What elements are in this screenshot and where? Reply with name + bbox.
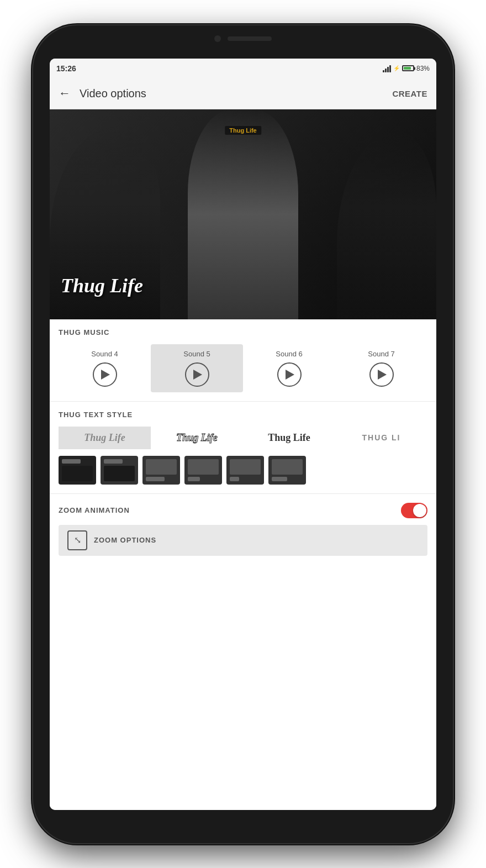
figure-right: [337, 131, 436, 319]
sound-item-4[interactable]: Sound 4: [59, 344, 151, 392]
phone-outer: 15:26 ⚡ 83%: [0, 0, 486, 868]
zoom-animation-title: ZOOM ANIMATION: [59, 506, 130, 514]
create-button[interactable]: CREATE: [392, 89, 427, 98]
battery-body: [402, 65, 414, 71]
figure-center: [188, 109, 298, 319]
sound-label-4: Sound 4: [91, 350, 118, 358]
play-triangle-7: [378, 370, 387, 380]
play-icon-6: [277, 362, 302, 387]
content-area: THUG MUSIC Sound 4 Sound 5: [50, 319, 436, 810]
charging-icon: ⚡: [393, 65, 400, 71]
battery-icon: [402, 65, 414, 71]
speaker-grill: [228, 36, 272, 41]
layout-item-1[interactable]: [59, 456, 96, 485]
layout-main-5: [230, 459, 261, 475]
back-button[interactable]: ←: [59, 86, 71, 101]
layout-bar-bottom-2: [104, 466, 135, 481]
zoom-options-bar[interactable]: ⤡ ZOOM OPTIONS: [59, 525, 427, 556]
sound-options: Sound 4 Sound 5 Sound 6: [59, 344, 427, 392]
text-style-label-2: Thug Life: [176, 432, 218, 444]
layout-item-3[interactable]: [142, 456, 180, 485]
battery-fill: [404, 67, 411, 70]
layout-main-4: [188, 459, 219, 475]
thug-life-text: Thug Life: [61, 275, 143, 297]
layout-bar-small-2: [104, 459, 123, 464]
app-bar: ← Video options CREATE: [50, 78, 436, 109]
thug-life-text-overlay: Thug Life: [61, 274, 143, 297]
text-style-label-1: Thug Life: [84, 432, 125, 444]
play-icon-5: [185, 362, 209, 387]
layout-bar-small-6: [272, 477, 287, 481]
play-icon-4: [93, 362, 117, 387]
text-style-1[interactable]: Thug Life: [59, 427, 151, 449]
page-title: Video options: [80, 87, 383, 100]
layout-bar-small-3: [146, 477, 165, 481]
signal-bars-icon: [383, 65, 391, 72]
layout-main-3: [146, 459, 177, 475]
phone-frame: 15:26 ⚡ 83%: [33, 25, 453, 843]
status-icons: ⚡ 83%: [383, 65, 430, 72]
sound-item-6[interactable]: Sound 6: [243, 344, 335, 392]
layout-item-6[interactable]: [268, 456, 306, 485]
status-bar: 15:26 ⚡ 83%: [50, 59, 436, 78]
camera-dot: [214, 35, 221, 42]
signal-bar-1: [383, 70, 384, 72]
thug-music-section: THUG MUSIC Sound 4 Sound 5: [50, 319, 436, 402]
signal-bar-3: [387, 67, 389, 72]
play-triangle-5: [193, 370, 202, 380]
zoom-row: ZOOM ANIMATION: [59, 503, 427, 518]
video-preview: Thug Life Thug Life: [50, 109, 436, 319]
play-icon-7: [369, 362, 394, 387]
play-triangle-4: [101, 370, 110, 380]
zoom-options-label: ZOOM OPTIONS: [94, 536, 156, 544]
layout-item-5[interactable]: [226, 456, 264, 485]
layout-bar-small-5: [230, 477, 239, 481]
text-style-4[interactable]: THUG LI: [335, 427, 427, 449]
text-styles: Thug Life Thug Life Thug Life THUG LI: [59, 427, 427, 449]
layout-main-6: [272, 459, 303, 475]
text-style-label-4: THUG LI: [362, 433, 401, 442]
layout-bar-small-4: [188, 477, 200, 481]
zoom-toggle[interactable]: [401, 503, 427, 518]
status-time: 15:26: [56, 64, 76, 73]
layout-bar-bottom-1: [62, 466, 93, 481]
toggle-knob: [413, 504, 426, 517]
text-style-2[interactable]: Thug Life: [151, 427, 243, 449]
layout-item-2[interactable]: [101, 456, 138, 485]
thug-text-style-title: THUG TEXT STYLE: [59, 411, 427, 419]
signal-bar-2: [385, 69, 387, 72]
phone-top-bar: [214, 35, 272, 42]
layout-options: [59, 456, 427, 485]
phone-screen: 15:26 ⚡ 83%: [50, 59, 436, 810]
sound-label-6: Sound 6: [276, 350, 302, 358]
sound-item-7[interactable]: Sound 7: [335, 344, 427, 392]
text-style-3[interactable]: Thug Life: [243, 427, 335, 449]
zoom-animation-section: ZOOM ANIMATION ⤡ ZOOM OPTIONS: [50, 494, 436, 565]
thug-life-label-overlay: Thug Life: [225, 126, 261, 135]
signal-bar-4: [389, 65, 391, 72]
sound-item-5[interactable]: Sound 5: [151, 344, 243, 392]
sound-label-7: Sound 7: [368, 350, 394, 358]
text-style-label-3: Thug Life: [268, 432, 310, 444]
thug-music-title: THUG MUSIC: [59, 328, 427, 336]
play-triangle-6: [286, 370, 294, 380]
zoom-expand-icon: ⤡: [67, 530, 87, 550]
battery-percent: 83%: [416, 65, 430, 72]
thug-text-style-section: THUG TEXT STYLE Thug Life Thug Life Thug…: [50, 402, 436, 494]
layout-item-4[interactable]: [184, 456, 222, 485]
layout-bar-small-1: [62, 459, 81, 464]
sound-label-5: Sound 5: [183, 350, 210, 358]
